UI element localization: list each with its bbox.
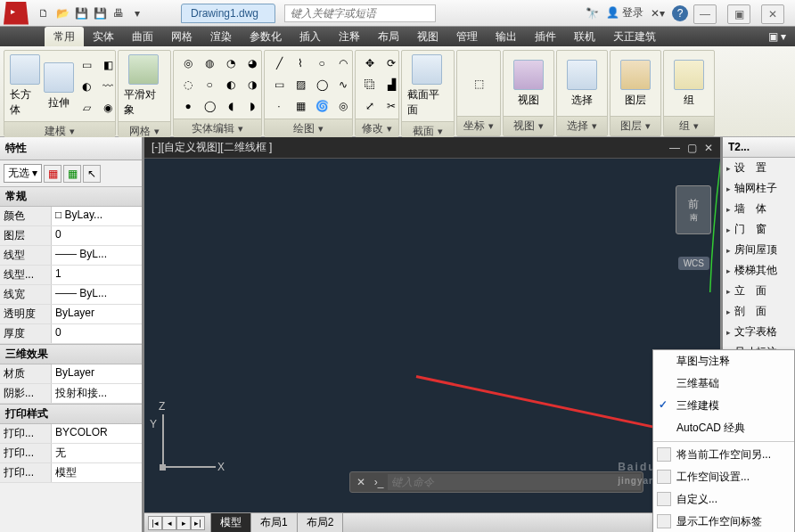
scale-icon[interactable]: ⤢ [360,96,380,116]
tangent-item[interactable]: 房间屋顶 [723,240,795,260]
tab-网格[interactable]: 网格 [162,27,201,46]
select-button[interactable]: 选择 [561,58,603,110]
se-icon[interactable]: ◎ [178,53,198,73]
select-objects-icon[interactable]: ↖ [83,165,101,183]
union-icon[interactable]: ◉ [98,98,118,118]
se-icon[interactable]: ◑ [242,75,262,94]
ellipse-icon[interactable]: ◯ [312,75,332,94]
prop-section[interactable]: 常规 [0,186,142,207]
vp-maximize-icon[interactable]: ▢ [687,142,697,154]
prop-row[interactable]: 阴影...投射和接... [0,384,142,404]
tab-last-icon[interactable]: ▸| [191,516,205,530]
vp-minimize-icon[interactable]: — [669,142,680,154]
revolve-icon[interactable]: ◐ [77,77,96,96]
se-icon[interactable]: ○ [200,75,219,94]
prop-row[interactable]: 线宽—— ByL... [0,285,142,305]
prop-section[interactable]: 打印样式 [0,404,142,424]
helix-icon[interactable]: 🌀 [312,96,332,116]
se-icon[interactable]: ● [178,96,198,116]
tab-输出[interactable]: 输出 [487,27,526,46]
tab-next-icon[interactable]: ▸ [176,516,191,530]
se-icon[interactable]: ◔ [221,53,241,73]
tangent-item[interactable]: 楼梯其他 [723,260,795,281]
tangent-item[interactable]: 剖 面 [723,301,795,322]
se-icon[interactable]: ◖ [221,96,241,116]
tangent-item[interactable]: 轴网柱子 [723,178,795,199]
layer-button[interactable]: 图层 [614,58,657,110]
tab-常用[interactable]: 常用 [45,27,84,46]
arc-icon[interactable]: ◠ [333,53,353,73]
prop-row[interactable]: 材质ByLayer [0,364,142,384]
tab-曲面[interactable]: 曲面 [123,27,162,46]
exchange-icon[interactable]: ✕▾ [651,7,665,20]
binoculars-icon[interactable]: 🔭 [586,7,599,20]
tangent-item[interactable]: 墙 体 [723,199,795,219]
move-icon[interactable]: ✥ [360,53,380,73]
tab-联机[interactable]: 联机 [565,27,604,46]
prop-row[interactable]: 图层0 [0,226,142,246]
se-icon[interactable]: ◕ [242,53,262,73]
document-tab[interactable]: Drawing1.dwg [181,4,275,23]
saveas-icon[interactable]: 💾 [92,5,108,21]
tab-插入[interactable]: 插入 [291,27,330,46]
tab-overflow-icon[interactable]: ▣ ▾ [759,27,795,46]
pline-icon[interactable]: ⌇ [291,53,310,73]
new-icon[interactable]: 🗋 [36,5,52,21]
se-icon[interactable]: ◐ [221,75,241,94]
prop-row[interactable]: 打印...BYCOLOR [0,424,142,444]
dropdown-icon[interactable]: ▾ [129,5,145,21]
prop-value[interactable]: 1 [52,266,142,284]
prop-value[interactable]: 投射和接... [52,384,142,403]
prop-value[interactable]: —— ByL... [52,285,142,304]
spline-icon[interactable]: ∿ [333,75,353,94]
prop-row[interactable]: 打印...无 [0,444,142,463]
se-icon[interactable]: ◌ [178,75,198,94]
model-space[interactable]: 前南 WCS Z Y X ✕ ›_ Baidu 经验jingyan.baidu.… [144,159,720,512]
layout-tab[interactable]: 布局2 [297,512,344,532]
tangent-item[interactable]: 文字表格 [723,322,795,342]
command-input[interactable] [388,474,641,490]
line-icon[interactable]: ╱ [269,53,289,73]
app-logo[interactable] [4,2,29,25]
hatch-icon[interactable]: ▨ [291,75,310,94]
command-line[interactable]: ✕ ›_ [349,471,643,493]
view-button[interactable]: 视图 [507,58,550,110]
layout-tab[interactable]: 布局1 [250,512,298,532]
presspull-icon[interactable]: ◧ [98,55,118,75]
tab-实体[interactable]: 实体 [84,27,123,46]
rect-icon[interactable]: ▭ [269,75,289,94]
loft-icon[interactable]: ▱ [77,98,96,118]
prop-value[interactable]: □ ByLay... [52,207,142,225]
selection-dropdown[interactable]: 无选 ▾ [4,164,42,183]
cmd-close-icon[interactable]: ✕ [352,476,370,488]
login-button[interactable]: 👤 登录 [606,5,643,20]
prop-row[interactable]: 打印...模型 [0,463,142,483]
tab-注释[interactable]: 注释 [330,27,369,46]
donut-icon[interactable]: ◎ [333,96,353,116]
box-button[interactable]: 长方体 [8,53,42,119]
menu-item[interactable]: 显示工作空间标签 [653,511,794,532]
prop-value[interactable]: 无 [52,444,142,462]
prop-value[interactable]: —— ByL... [52,246,142,265]
tab-布局[interactable]: 布局 [369,27,408,46]
help-icon[interactable]: ? [672,5,688,21]
prop-section[interactable]: 三维效果 [0,344,142,364]
menu-item[interactable]: 三维基础 [653,372,794,395]
prop-row[interactable]: 线型—— ByL... [0,246,142,266]
vp-close-icon[interactable]: ✕ [704,142,713,154]
mirror-icon[interactable]: ▟ [381,75,401,94]
group-button[interactable]: 组 [668,58,710,110]
tangent-item[interactable]: 门 窗 [723,219,795,240]
prop-row[interactable]: 厚度0 [0,324,142,344]
close-button[interactable]: ✕ [761,4,784,24]
menu-item[interactable]: 草图与注释 [653,350,794,372]
tab-插件[interactable]: 插件 [526,27,565,46]
se-icon[interactable]: ◯ [200,96,219,116]
viewport-label[interactable]: [-][自定义视图][二维线框 ] [152,140,272,155]
prop-row[interactable]: 透明度ByLayer [0,305,142,324]
tab-first-icon[interactable]: |◂ [148,516,162,530]
se-icon[interactable]: ◍ [200,53,219,73]
prop-value[interactable]: BYCOLOR [52,424,142,443]
menu-item[interactable]: 自定义... [653,488,794,511]
tab-管理[interactable]: 管理 [447,27,487,46]
